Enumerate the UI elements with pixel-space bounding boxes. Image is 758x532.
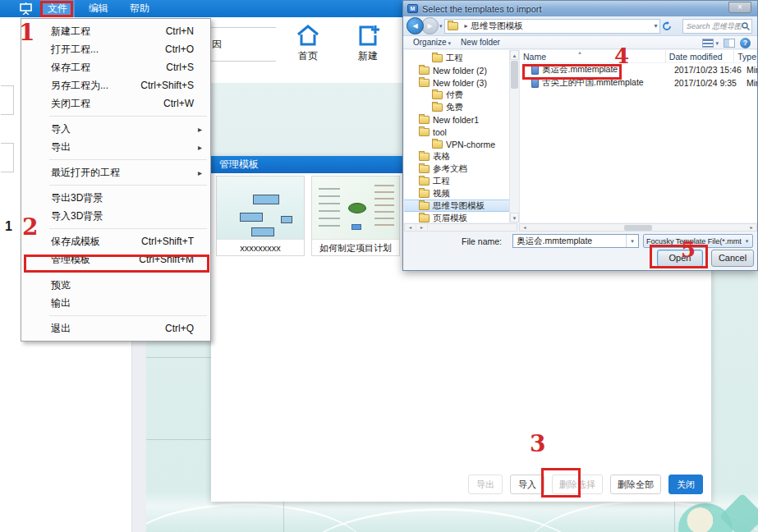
tree-item[interactable]: New folder (2) (404, 64, 509, 76)
scroll-down-icon[interactable]: ▼ (510, 213, 519, 222)
template-card[interactable]: xxxxxxxxx (216, 176, 305, 256)
file-menu-item[interactable]: 预览 (21, 276, 210, 294)
file-menu-item[interactable] (49, 315, 207, 316)
slide-thumbnail-stub[interactable] (1, 85, 14, 115)
new-folder-button[interactable]: New folder (461, 38, 500, 47)
file-menu-item[interactable]: 导出3D背景 (21, 189, 210, 207)
command-bar: Organize▾ New folder ▾ ? (403, 36, 757, 49)
help-icon[interactable]: ? (740, 38, 751, 48)
presentation-screen-icon (20, 2, 34, 15)
scroll-right-icon[interactable]: ▸ (747, 224, 756, 232)
folder-icon (419, 165, 430, 173)
preview-pane-icon[interactable] (724, 39, 735, 48)
list-hscrollbar[interactable]: ◂ ▸ (519, 223, 757, 232)
file-menu-item[interactable]: 保存成模板 Ctrl+Shift+T (21, 232, 210, 250)
organize-menu[interactable]: Organize▾ (413, 38, 451, 47)
file-menu-item[interactable]: 另存工程为... Ctrl+Shift+S (21, 76, 210, 94)
caret-down-icon: ▾ (715, 40, 719, 47)
tree-hscrollbar[interactable]: ◂▸ (404, 223, 517, 232)
history-dropdown-icon[interactable]: ▾ (439, 23, 443, 30)
submenu-arrow-icon: ▸ (194, 143, 202, 152)
manage-dialog-button[interactable]: 删除全部 (610, 475, 661, 494)
file-menu-dropdown: 新建工程 Ctrl+N 打开工程... Ctrl+O 保存工程 Ctrl+S 另… (21, 18, 211, 342)
file-menu-item[interactable] (49, 185, 207, 186)
folder-icon (432, 54, 443, 62)
home-button[interactable]: 首页 (285, 24, 331, 63)
tree-scrollbar[interactable]: ▲ ▼ (509, 50, 519, 222)
folder-icon (419, 202, 430, 210)
tree-item[interactable]: 表格 (404, 150, 509, 163)
file-menu-item[interactable]: 新建工程 Ctrl+N (21, 22, 210, 40)
home-label: 首页 (298, 50, 318, 62)
folder-icon (419, 66, 430, 75)
scroll-up-icon[interactable]: ▲ (510, 50, 519, 60)
address-dropdown-icon[interactable]: ▾ (655, 22, 658, 30)
tree-item[interactable]: 思维导图模板 (404, 200, 509, 212)
breadcrumb-chevron-icon: ▸ (465, 22, 468, 30)
address-breadcrumb[interactable]: ▸ 思维导图模板 ▾ (444, 19, 660, 34)
change-view-button[interactable]: ▾ (702, 39, 719, 48)
caret-down-icon[interactable]: ▾ (626, 235, 638, 247)
folder-icon (432, 91, 443, 99)
annotation-box-file-menu (40, 1, 73, 17)
scrollbar-thumb[interactable] (624, 225, 652, 231)
column-name[interactable]: Name (520, 50, 666, 62)
tree-item[interactable]: 工程 (404, 52, 509, 64)
tree-item[interactable]: tool (404, 126, 509, 138)
tree-item[interactable]: 工程 (404, 175, 509, 187)
tree-item[interactable]: VPN-chorme (404, 138, 509, 150)
tree-item[interactable]: 参考文档 (404, 163, 509, 175)
annotation-box-open-button (650, 245, 708, 268)
file-name-label: File name: (451, 236, 502, 246)
close-button[interactable]: × (728, 2, 751, 13)
file-menu-item[interactable]: 输出 (21, 294, 210, 312)
file-menu-item[interactable]: 导入 ▸ (21, 120, 210, 138)
search-input[interactable]: Search 思维导图模板 (682, 19, 752, 34)
folder-icon (419, 214, 430, 222)
menu-help[interactable]: 帮助 (122, 0, 157, 17)
manage-dialog-button[interactable]: 关闭 (668, 475, 703, 494)
manage-dialog-button[interactable]: 导出 (468, 475, 503, 494)
tree-item[interactable]: New folder (3) (404, 76, 509, 89)
cancel-button[interactable]: Cancel (711, 250, 754, 267)
mmtemplate-file-icon (531, 79, 539, 88)
tree-item[interactable]: 付费 (404, 89, 509, 101)
column-date-modified[interactable]: Date modified (666, 50, 734, 62)
folder-icon (419, 79, 430, 87)
dialog-titlebar[interactable]: M Select the templates to import × (403, 1, 757, 16)
slide-thumbnail-stub[interactable] (1, 143, 14, 172)
new-button[interactable]: 新建 (345, 24, 391, 63)
manage-dialog-button[interactable]: 导入 (510, 475, 544, 494)
scroll-left-icon[interactable]: ◂ (520, 224, 530, 232)
file-menu-item[interactable]: 关闭工程 Ctrl+W (21, 94, 210, 112)
file-menu-item[interactable]: 导出 ▸ (21, 138, 210, 156)
template-card[interactable]: 如何制定项目计划 (311, 176, 400, 256)
column-type[interactable]: Type (734, 50, 757, 62)
refresh-button[interactable] (660, 19, 673, 34)
tree-item[interactable]: 视频 (404, 187, 509, 200)
file-menu-item[interactable] (49, 116, 207, 117)
file-menu-item[interactable] (49, 228, 207, 229)
folder-icon (419, 153, 430, 161)
file-menu-item[interactable]: 保存工程 Ctrl+S (21, 58, 210, 76)
tree-item[interactable]: 免费 (404, 101, 509, 113)
new-document-icon (356, 24, 380, 47)
breadcrumb-folder[interactable]: 思维导图模板 (471, 21, 523, 32)
slide-number: 1 (5, 219, 12, 234)
file-menu-item[interactable]: 最近打开的工程 ▸ (21, 163, 210, 181)
tree-item[interactable]: New folder1 (404, 113, 509, 126)
file-menu-item[interactable]: 打开工程... Ctrl+O (21, 40, 210, 58)
file-menu-item[interactable]: 退出 Ctrl+Q (21, 319, 210, 337)
file-menu-item[interactable]: 导入3D背景 (21, 207, 210, 225)
manage-dialog-buttons: 导出 导入 删除选择 删除全部 关闭 (468, 475, 703, 494)
menu-edit[interactable]: 编辑 (81, 0, 116, 17)
partial-node-behind-menu: 因 (210, 27, 276, 62)
scrollbar-thumb[interactable] (511, 61, 518, 89)
tree-item[interactable]: 页眉模板 (404, 212, 509, 222)
search-icon (742, 22, 750, 30)
file-menu-item[interactable] (49, 159, 207, 160)
back-button[interactable]: ◀ (407, 17, 424, 34)
file-name-input[interactable]: 奥运会.mmtemplate ▾ (512, 234, 639, 248)
folder-icon (432, 103, 443, 112)
forward-button[interactable]: ▶ (421, 17, 439, 34)
